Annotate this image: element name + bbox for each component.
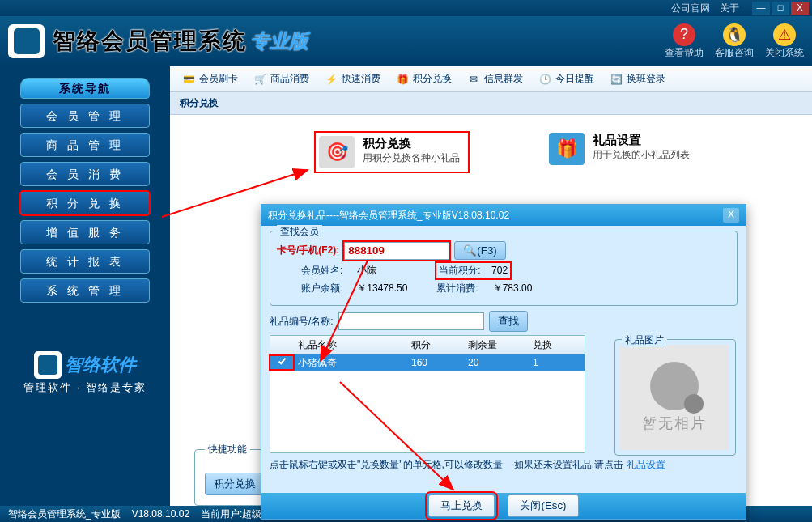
card-number-input[interactable] [344,242,449,260]
close-button[interactable]: 关闭(Esc) [508,494,578,517]
member-name: 小陈 [357,264,422,278]
help-button[interactable]: ?查看帮助 [665,23,704,60]
link-company[interactable]: 公司官网 [671,2,710,15]
dialog-title: 积分兑换礼品----智络会员管理系统_专业版V18.08.10.02 X [261,205,746,226]
brand-footer: 智络软件 管理软件 · 智络是专家 [16,351,154,395]
card-title: 礼品设置 [593,133,690,148]
sidebar-item-product[interactable]: 商 品 管 理 [20,133,150,157]
sidebar-item-reports[interactable]: 统 计 报 表 [20,249,150,274]
app-subtitle: 专业版 [250,28,308,54]
sidebar-item-points-redeem[interactable]: 积 分 兑 换 [20,191,150,215]
points-icon: 🎯 [319,136,355,168]
current-points: 702 [491,265,508,276]
quick-points-redeem-button[interactable]: 积分兑换 [205,473,265,495]
link-about[interactable]: 关于 [720,2,739,15]
tool-product-consume[interactable]: 🛒商品消费 [246,70,316,88]
account-balance: ￥13478.50 [357,282,422,295]
card-points-redeem[interactable]: 🎯 积分兑换 用积分兑换各种小礼品 [316,133,468,172]
tool-member-card[interactable]: 💳会员刷卡 [175,70,244,88]
card-icon: 💳 [181,72,196,87]
status-version: V18.08.10.02 [132,508,189,520]
sidebar: 系统导航 会 员 管 理 商 品 管 理 会 员 消 费 积 分 兑 换 增 值… [0,66,170,522]
app-logo [8,24,45,58]
search-button[interactable]: 查找 [489,311,528,332]
redeem-now-button[interactable]: 马上兑换 [428,494,495,517]
window-close[interactable]: X [791,2,809,15]
tool-points-redeem[interactable]: 🎁积分兑换 [389,70,458,88]
quick-legend: 快捷功能 [205,443,250,456]
gift-search-input[interactable] [338,312,484,330]
card-desc: 用积分兑换各种小礼品 [363,151,460,165]
sidebar-item-consume[interactable]: 会 员 消 费 [20,162,150,186]
gift-settings-link[interactable]: 礼品设置 [627,459,665,470]
sidebar-item-system[interactable]: 系 统 管 理 [20,278,150,303]
points-redeem-dialog: 积分兑换礼品----智络会员管理系统_专业版V18.08.10.02 X 查找会… [261,204,746,520]
sidebar-item-services[interactable]: 增 值 服 务 [20,220,150,244]
swap-icon: 🔄 [609,72,623,87]
f3-search-button[interactable]: 🔍(F3) [454,241,505,260]
tool-message[interactable]: ✉信息群发 [460,70,529,88]
tool-quick-consume[interactable]: ⚡快速消费 [317,70,387,88]
gift-icon: 🎁 [395,72,410,87]
mail-icon: ✉ [466,72,481,87]
card-label: 卡号/手机(F2): [277,244,339,257]
window-maximize[interactable]: □ [772,2,789,15]
total-consume: ￥783.00 [493,282,533,295]
cart-icon: 🛒 [253,72,267,87]
gift-search-label: 礼品编号/名称: [270,315,334,329]
dialog-close[interactable]: X [723,208,739,223]
tool-shift[interactable]: 🔄换班登录 [602,70,672,88]
card-desc: 用于兑换的小礼品列表 [593,148,690,162]
window-titlebar: 公司官网 关于 — □ X [0,0,812,16]
card-title: 积分兑换 [363,136,460,151]
search-icon: 🔍 [463,244,477,257]
no-image-placeholder: 暂无相片 [620,345,729,450]
tool-reminder[interactable]: 🕒今日提醒 [531,70,601,88]
fieldset-legend: 查找会员 [277,225,322,239]
sidebar-item-member[interactable]: 会 员 管 理 [20,104,150,128]
hint-text: 点击鼠标右键或双击"兑换数量"的单元格,可以修改数量 如果还未设置礼品,请点击 … [270,458,738,472]
gift-table: 礼品名称 积分 剩余量 兑换 小猪佩奇 160 20 1 [270,335,585,453]
window-minimize[interactable]: — [752,2,770,15]
support-button[interactable]: 🐧客服咨询 [715,23,754,60]
table-row[interactable]: 小猪佩奇 160 20 1 [270,354,585,371]
card-gift-settings[interactable]: 🎁 礼品设置 用于兑换的小礼品列表 [549,133,690,172]
app-header: 智络会员管理系统 专业版 ?查看帮助 🐧客服咨询 ⚠关闭系统 [0,16,812,66]
exit-button[interactable]: ⚠关闭系统 [765,23,804,60]
clock-icon: 🕒 [538,72,552,87]
section-title: 积分兑换 [170,92,812,115]
row-checkbox[interactable] [277,356,287,367]
sidebar-head: 系统导航 [20,78,150,99]
toolbar: 💳会员刷卡 🛒商品消费 ⚡快速消费 🎁积分兑换 ✉信息群发 🕒今日提醒 🔄换班登… [170,66,812,92]
app-title: 智络会员管理系统 [53,26,247,57]
gift-image-box: 礼品图片 暂无相片 [614,339,736,456]
status-app: 智络会员管理系统_专业版 [8,507,121,521]
giftbox-icon: 🎁 [549,133,585,165]
flash-icon: ⚡ [324,72,338,87]
